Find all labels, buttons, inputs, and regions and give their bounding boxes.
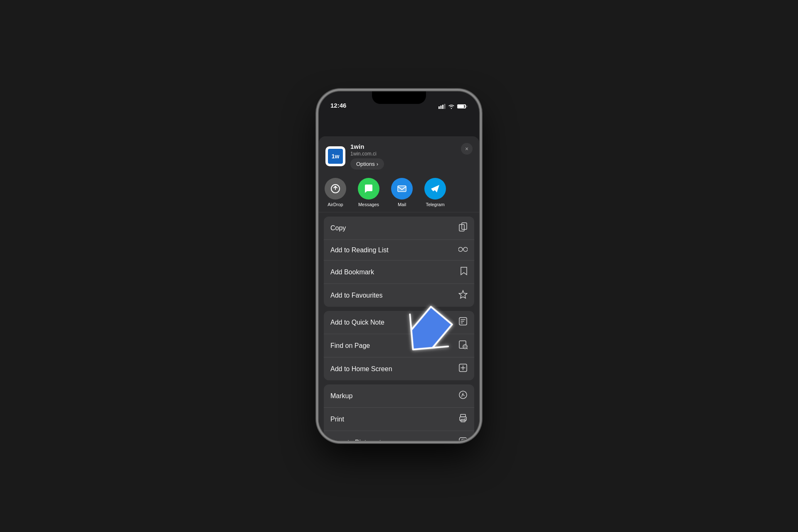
telegram-label: Telegram	[426, 202, 444, 207]
markup-icon-svg	[458, 390, 468, 399]
app-icon-mail[interactable]: Mail	[385, 178, 419, 207]
airdrop-label: AirDrop	[328, 202, 343, 207]
add-bookmark-label: Add Bookmark	[330, 268, 374, 276]
quick-note-icon-svg	[458, 317, 468, 326]
markup-item[interactable]: Markup	[324, 384, 474, 408]
quick-note-icon	[458, 317, 468, 328]
bookmark-icon	[460, 266, 468, 278]
site-url: 1win.com.ci	[350, 151, 473, 157]
menu-section-1: Copy Add to Reading List	[324, 217, 474, 307]
find-on-page-item[interactable]: Find on Page	[324, 334, 474, 357]
markup-label: Markup	[330, 392, 352, 400]
find-on-page-icon	[458, 340, 468, 351]
add-home-screen-label: Add to Home Screen	[330, 365, 392, 373]
pinterest-icon-svg	[458, 437, 468, 441]
save-pinterest-label: Save to Pinterest	[330, 439, 381, 441]
telegram-icon	[429, 183, 441, 195]
save-pinterest-item[interactable]: Save to Pinterest	[324, 431, 474, 441]
mail-label: Mail	[398, 202, 406, 207]
svg-rect-1	[441, 106, 442, 109]
airdrop-icon	[330, 183, 341, 195]
close-button[interactable]: ×	[461, 143, 473, 155]
sheet-scroll[interactable]: Copy Add to Reading List	[319, 212, 479, 441]
favourites-icon	[458, 290, 468, 301]
svg-rect-9	[398, 186, 406, 192]
print-item[interactable]: Print	[324, 408, 474, 431]
reading-list-icon-svg	[458, 246, 468, 252]
print-icon	[458, 414, 468, 425]
find-on-page-label: Find on Page	[330, 342, 370, 350]
pinterest-icon	[458, 437, 468, 441]
add-favourites-label: Add to Favourites	[330, 292, 382, 299]
messages-label: Messages	[358, 202, 379, 207]
svg-rect-3	[444, 104, 446, 109]
copy-item[interactable]: Copy	[324, 217, 474, 240]
copy-icon	[458, 222, 468, 234]
site-info: 1win 1win.com.ci Options ›	[350, 143, 473, 170]
mail-icon	[396, 183, 408, 195]
wifi-icon	[448, 104, 455, 109]
site-name: 1win	[350, 143, 473, 150]
telegram-icon-circle	[424, 178, 446, 200]
home-screen-icon-svg	[458, 363, 468, 372]
menu-section-2: Add to Quick Note Find on Page	[324, 311, 474, 380]
add-reading-list-label: Add to Reading List	[330, 246, 389, 254]
add-reading-list-item[interactable]: Add to Reading List	[324, 240, 474, 261]
app-icon-airdrop[interactable]: AirDrop	[319, 178, 352, 207]
bookmark-icon-svg	[460, 266, 468, 276]
find-on-page-icon-svg	[458, 340, 468, 349]
print-label: Print	[330, 416, 344, 423]
add-quick-note-item[interactable]: Add to Quick Note	[324, 311, 474, 334]
scene: 12:46	[0, 0, 798, 532]
copy-label: Copy	[330, 224, 346, 232]
status-time: 12:46	[330, 102, 346, 109]
add-quick-note-label: Add to Quick Note	[330, 319, 384, 326]
options-button[interactable]: Options ›	[350, 158, 384, 170]
sheet-header: 1w 1win 1win.com.ci Options › ×	[319, 136, 479, 175]
status-icons	[438, 104, 468, 109]
reading-list-icon	[458, 246, 468, 254]
phone-frame: 12:46	[318, 91, 480, 441]
add-favourites-item[interactable]: Add to Favourites	[324, 284, 474, 307]
svg-rect-25	[461, 414, 466, 417]
mail-icon-circle	[391, 178, 413, 200]
svg-rect-0	[438, 106, 440, 109]
svg-rect-5	[466, 106, 467, 107]
airdrop-icon-circle	[325, 178, 346, 200]
svg-point-28	[465, 418, 466, 419]
share-sheet: 1w 1win 1win.com.ci Options › ×	[319, 136, 479, 441]
site-icon-inner: 1w	[328, 149, 343, 164]
site-icon: 1w	[325, 146, 345, 166]
markup-icon	[458, 390, 468, 401]
add-home-screen-item[interactable]: Add to Home Screen	[324, 357, 474, 380]
svg-rect-7	[458, 105, 464, 108]
phone-content: 12:46	[319, 91, 479, 441]
menu-section-3: Markup Print	[324, 384, 474, 441]
favourites-icon-svg	[458, 290, 468, 299]
app-icon-telegram[interactable]: Telegram	[419, 178, 452, 207]
app-icons-row: AirDrop Messages	[319, 175, 479, 212]
svg-point-24	[463, 393, 463, 394]
add-bookmark-item[interactable]: Add Bookmark	[324, 261, 474, 284]
copy-icon-svg	[458, 222, 468, 232]
battery-icon	[457, 104, 468, 109]
home-screen-icon	[458, 363, 468, 374]
notch	[372, 91, 426, 104]
svg-point-14	[463, 247, 468, 251]
svg-rect-2	[442, 105, 443, 109]
app-icon-messages[interactable]: Messages	[352, 178, 385, 207]
svg-line-18	[467, 348, 468, 350]
messages-icon-circle	[358, 178, 379, 200]
print-icon-svg	[458, 414, 468, 423]
messages-icon	[363, 183, 374, 195]
svg-point-13	[458, 247, 463, 251]
signal-icon	[438, 104, 446, 109]
